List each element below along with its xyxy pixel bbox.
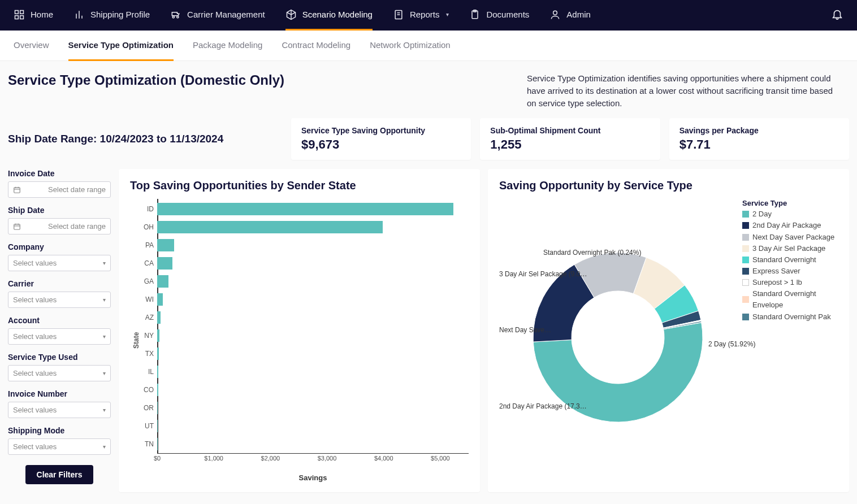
donut-slice-label: 2 Day (51.92%) (708, 340, 755, 348)
nav-scenario-modeling[interactable]: Scenario Modeling (285, 0, 373, 31)
filter-group: Shipping ModeSelect values▾ (8, 426, 111, 455)
bar-tick-label: $1,000 (204, 455, 223, 462)
report-icon (393, 9, 404, 20)
tab-contract-modeling[interactable]: Contract Modeling (282, 31, 350, 61)
select-input[interactable]: Select values▾ (8, 292, 111, 308)
legend-item: Standard Overnight Envelope (742, 288, 838, 311)
chevron-down-icon: ▾ (103, 297, 106, 303)
legend-item: Next Day Saver Package (742, 232, 838, 243)
nav-home[interactable]: Home (14, 0, 53, 31)
chevron-down-icon: ▾ (103, 333, 106, 340)
bar-fill (157, 221, 383, 233)
legend-swatch (742, 234, 749, 241)
tab-package-modeling[interactable]: Package Modeling (193, 31, 262, 61)
placeholder-text: Select values (13, 369, 57, 377)
nav-carrier-management[interactable]: Carrier Management (170, 0, 265, 31)
legend-label: 3 Day Air Sel Package (752, 243, 825, 254)
kpi-value: $9,673 (301, 137, 461, 152)
kpi-value: 1,255 (490, 137, 650, 152)
select-input[interactable]: Select values▾ (8, 255, 111, 271)
nav-reports[interactable]: Reports ▾ (393, 0, 449, 31)
bar-row: AZ (158, 309, 469, 327)
tab-network-optimization[interactable]: Network Optimization (370, 31, 451, 61)
bar-tick-label: $4,000 (374, 455, 393, 462)
bar-fill (157, 384, 158, 396)
nav-reports-label: Reports (410, 10, 440, 19)
donut-chart: 2 Day (51.92%)2nd Day Air Package (17.3…… (499, 199, 725, 431)
kpi-label: Savings per Package (679, 126, 839, 135)
user-icon (549, 9, 561, 20)
legend-swatch (742, 268, 749, 275)
truck-icon (170, 9, 181, 20)
cube-icon (285, 9, 297, 20)
legend-item: 2nd Day Air Package (742, 220, 838, 231)
bar-fill (157, 239, 174, 251)
legend-item: 3 Day Air Sel Package (742, 243, 838, 254)
donut-slice-label: Next Day Save… (499, 326, 551, 334)
svg-point-14 (553, 11, 557, 15)
kpi-savings-per-package: Savings per Package $7.71 (669, 118, 849, 160)
svg-rect-0 (15, 10, 19, 14)
kpi-label: Service Type Saving Opportunity (301, 126, 461, 135)
kpi-saving-opportunity: Service Type Saving Opportunity $9,673 (291, 118, 471, 160)
tab-service-type-optimization[interactable]: Service Type Optimization (68, 31, 174, 61)
bar-row: GA (158, 272, 469, 290)
bar-row: UT (158, 417, 469, 435)
bar-fill (157, 420, 158, 432)
svg-rect-1 (20, 10, 24, 14)
legend-item: Express Saver (742, 266, 838, 277)
header-area: Service Type Optimization (Domestic Only… (0, 61, 857, 118)
filter-group: AccountSelect values▾ (8, 316, 111, 345)
nav-shipping-label: Shipping Profile (90, 10, 150, 19)
notifications-button[interactable] (831, 8, 843, 23)
date-range-input[interactable]: Select date range (8, 181, 111, 198)
bar-chart-title: Top Saving Opportunities by Sender State (130, 179, 469, 192)
filter-label: Invoice Date (8, 169, 111, 178)
bar-chart-xlabel: Savings (157, 473, 469, 482)
legend-title: Service Type (742, 199, 838, 207)
filter-group: CompanySelect values▾ (8, 242, 111, 271)
tab-overview[interactable]: Overview (14, 31, 49, 61)
bar-fill (157, 347, 159, 360)
top-nav: Home Shipping Profile Carrier Management… (0, 0, 857, 31)
nav-scenario-label: Scenario Modeling (302, 10, 373, 19)
bar-category-label: AZ (141, 314, 157, 321)
bar-fill (157, 402, 158, 414)
main-grid: Invoice DateSelect date rangeShip DateSe… (0, 169, 857, 492)
nav-shipping-profile[interactable]: Shipping Profile (73, 0, 150, 31)
donut-slice-label: Standard Overnight Pak (0.24%) (543, 249, 641, 257)
placeholder-text: Select values (13, 259, 57, 267)
legend-swatch (742, 314, 749, 320)
bar-row: PA (158, 236, 469, 254)
placeholder-text: Select values (13, 332, 57, 341)
legend-swatch (742, 279, 749, 286)
select-input[interactable]: Select values▾ (8, 402, 111, 418)
donut-legend: Service Type 2 Day2nd Day Air PackageNex… (742, 199, 838, 322)
select-input[interactable]: Select values▾ (8, 365, 111, 381)
date-range-input[interactable]: Select date range (8, 218, 111, 234)
select-input[interactable]: Select values▾ (8, 438, 111, 455)
bar-row: OH (158, 218, 469, 236)
legend-swatch (742, 296, 749, 303)
nav-documents[interactable]: Documents (469, 0, 529, 31)
bar-tick-label: $0 (154, 455, 161, 462)
nav-admin[interactable]: Admin (549, 0, 591, 31)
page-title: Service Type Optimization (Domestic Only… (8, 72, 284, 88)
legend-item: Standard Overnight (742, 254, 838, 266)
calendar-icon (13, 223, 21, 231)
svg-rect-19 (14, 224, 20, 229)
svg-rect-2 (15, 15, 19, 19)
chevron-down-icon: ▾ (103, 370, 106, 376)
bar-category-label: CO (141, 386, 157, 394)
select-input[interactable]: Select values▾ (8, 328, 111, 345)
kpi-row: Ship Date Range: 10/24/2023 to 11/13/202… (0, 118, 857, 169)
bar-tick-label: $5,000 (431, 455, 450, 462)
bar-category-label: ID (141, 205, 157, 213)
date-range-label: Ship Date Range: 10/24/2023 to 11/13/202… (8, 133, 282, 145)
legend-item: Standard Overnight Pak (742, 311, 838, 323)
legend-swatch (742, 257, 749, 263)
legend-label: Standard Overnight Envelope (752, 288, 838, 311)
bar-fill (157, 329, 159, 342)
bar-category-label: GA (141, 277, 157, 285)
clear-filters-button[interactable]: Clear Filters (25, 465, 94, 484)
